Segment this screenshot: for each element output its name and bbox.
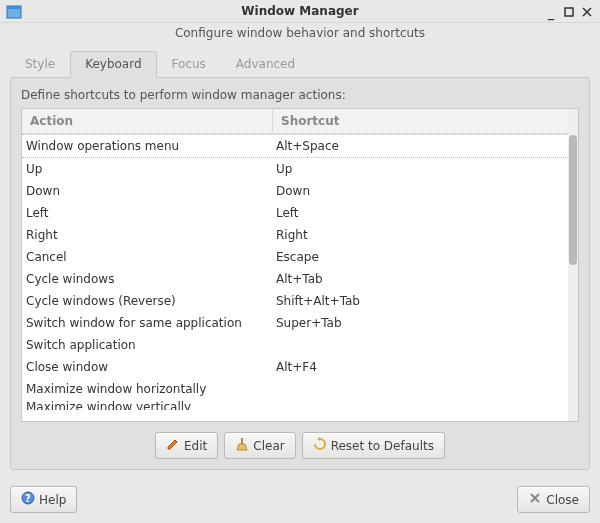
table-row[interactable]: Left Left: [22, 202, 568, 224]
svg-rect-3: [241, 438, 243, 444]
cell-action: Cycle windows (Reverse): [22, 294, 268, 308]
cell-shortcut: Left: [268, 206, 568, 220]
tab-row: Style Keyboard Focus Advanced: [0, 50, 600, 77]
table-row[interactable]: Cancel Escape: [22, 246, 568, 268]
window-controls: _: [542, 0, 596, 24]
bottom-bar: ? Help Close: [0, 478, 600, 523]
tab-panel: Define shortcuts to perform window manag…: [10, 77, 590, 470]
cell-shortcut: Escape: [268, 250, 568, 264]
table-row[interactable]: Down Down: [22, 180, 568, 202]
table-row[interactable]: Switch window for same application Super…: [22, 312, 568, 334]
window-root: Window Manager _ Configure window behavi…: [0, 0, 600, 523]
cell-action: Cycle windows: [22, 272, 268, 286]
table-row[interactable]: Close window Alt+F4: [22, 356, 568, 378]
reset-button[interactable]: Reset to Defaults: [302, 432, 445, 459]
table-row[interactable]: Right Right: [22, 224, 568, 246]
table-scroll-area[interactable]: Action Shortcut Window operations menu A…: [22, 109, 568, 421]
table-row[interactable]: Up Up: [22, 158, 568, 180]
titlebar[interactable]: Window Manager _: [0, 0, 600, 23]
tab-advanced[interactable]: Advanced: [221, 51, 310, 78]
column-header-shortcut[interactable]: Shortcut: [273, 114, 568, 128]
svg-text:?: ?: [25, 493, 31, 504]
cell-action: Close window: [22, 360, 268, 374]
pencil-icon: [166, 437, 180, 454]
clear-button-label: Clear: [253, 439, 284, 453]
table-row[interactable]: Maximize window horizontally: [22, 378, 568, 400]
close-icon: [528, 491, 542, 508]
cell-action: Switch application: [22, 338, 268, 352]
svg-rect-1: [7, 6, 21, 9]
tab-keyboard[interactable]: Keyboard: [70, 51, 156, 78]
tab-style[interactable]: Style: [10, 51, 70, 78]
reset-button-label: Reset to Defaults: [331, 439, 434, 453]
vertical-scrollbar[interactable]: [568, 109, 578, 421]
cell-shortcut: Alt+F4: [268, 360, 568, 374]
shortcut-table: Action Shortcut Window operations menu A…: [21, 108, 579, 422]
cell-action: Left: [22, 206, 268, 220]
broom-icon: [235, 437, 249, 454]
instruction-text: Define shortcuts to perform window manag…: [21, 88, 579, 102]
cell-action: Switch window for same application: [22, 316, 268, 330]
tab-focus[interactable]: Focus: [157, 51, 221, 78]
edit-button-label: Edit: [184, 439, 207, 453]
cell-shortcut: Super+Tab: [268, 316, 568, 330]
cell-action: Cancel: [22, 250, 268, 264]
close-button-label: Close: [546, 493, 579, 507]
table-header: Action Shortcut: [22, 109, 568, 134]
scroll-thumb[interactable]: [569, 135, 577, 265]
cell-action: Down: [22, 184, 268, 198]
cell-shortcut: Shift+Alt+Tab: [268, 294, 568, 308]
table-row[interactable]: Cycle windows Alt+Tab: [22, 268, 568, 290]
column-header-action[interactable]: Action: [22, 109, 273, 133]
cell-action: Maximize window vertically: [22, 400, 268, 410]
maximize-button[interactable]: [560, 0, 578, 24]
close-button[interactable]: Close: [517, 486, 590, 513]
table-row[interactable]: Cycle windows (Reverse) Shift+Alt+Tab: [22, 290, 568, 312]
close-window-button[interactable]: [578, 0, 596, 24]
cell-shortcut: Alt+Tab: [268, 272, 568, 286]
table-row[interactable]: Maximize window vertically: [22, 400, 568, 410]
cell-action: Window operations menu: [22, 139, 268, 153]
window-subtitle: Configure window behavior and shortcuts: [0, 23, 600, 46]
cell-shortcut: Up: [268, 162, 568, 176]
svg-rect-2: [565, 8, 573, 16]
cell-action: Up: [22, 162, 268, 176]
action-button-row: Edit Clear Reset to Defaults: [21, 432, 579, 459]
help-icon: ?: [21, 491, 35, 508]
cell-shortcut: Alt+Space: [268, 139, 568, 153]
cell-shortcut: Down: [268, 184, 568, 198]
edit-button[interactable]: Edit: [155, 432, 218, 459]
minimize-button[interactable]: _: [542, 0, 560, 24]
cell-action: Right: [22, 228, 268, 242]
table-row[interactable]: Switch application: [22, 334, 568, 356]
table-row[interactable]: Window operations menu Alt+Space: [22, 134, 568, 158]
window-title: Window Manager: [241, 4, 358, 18]
help-button-label: Help: [39, 493, 66, 507]
cell-action: Maximize window horizontally: [22, 382, 268, 396]
app-icon: [6, 4, 22, 20]
table-body: Window operations menu Alt+Space Up Up D…: [22, 134, 568, 410]
cell-shortcut: Right: [268, 228, 568, 242]
help-button[interactable]: ? Help: [10, 486, 77, 513]
refresh-icon: [313, 437, 327, 454]
clear-button[interactable]: Clear: [224, 432, 295, 459]
